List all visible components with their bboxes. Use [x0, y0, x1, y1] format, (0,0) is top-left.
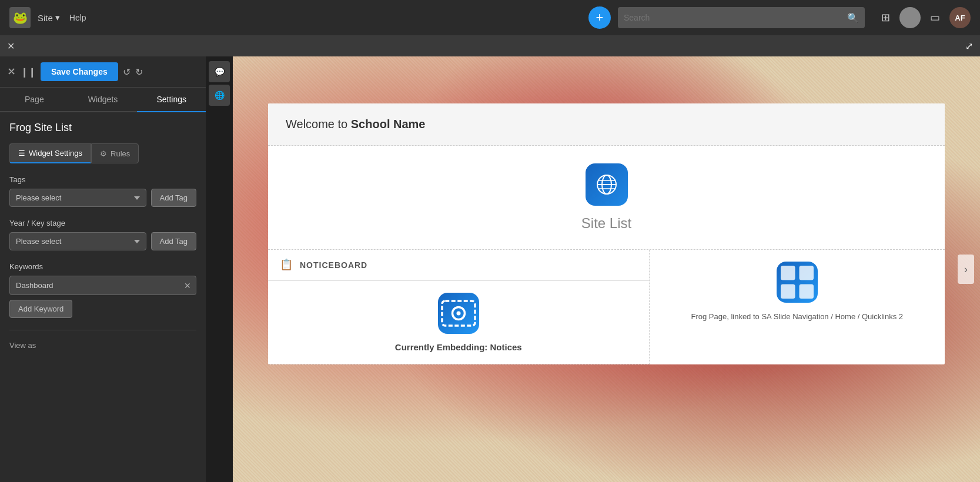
- widget-settings-tab[interactable]: ☰ Widget Settings: [9, 143, 91, 163]
- canvas: Welcome to School Name Site List: [233, 56, 980, 482]
- monitor-icon[interactable]: ▭: [930, 11, 940, 24]
- search-icon: 🔍: [847, 12, 859, 24]
- rules-label: Rules: [111, 149, 130, 158]
- tags-label: Tags: [9, 175, 196, 184]
- widget-title: Frog Site List: [9, 122, 196, 134]
- content-area: 💬 🌐 Welcome to School Name: [206, 56, 980, 482]
- keyword-input-wrap: ✕: [9, 276, 196, 295]
- school-name: School Name: [351, 118, 426, 130]
- welcome-banner: Welcome to School Name: [268, 103, 945, 146]
- add-keyword-button[interactable]: Add Keyword: [9, 300, 72, 318]
- tags-select[interactable]: Please select: [9, 189, 146, 207]
- main-layout: ✕ ❙❙ Save Changes ↺ ↻ Page Widgets Setti…: [0, 56, 980, 482]
- close-bar: ✕ ⤢: [0, 35, 980, 56]
- keywords-section: Keywords ✕ Add Keyword: [9, 262, 196, 318]
- top-nav: 🐸 Site ▾ Help + 🔍 ⊞ ▭ AF: [0, 0, 980, 35]
- embedding-svg-icon: [438, 293, 479, 334]
- top-nav-right: ⊞ ▭ AF: [881, 7, 971, 28]
- sidebar-tabs: Page Widgets Settings: [0, 88, 206, 112]
- sidebar: ✕ ❙❙ Save Changes ↺ ↻ Page Widgets Setti…: [0, 56, 206, 482]
- add-year-button[interactable]: Add Tag: [151, 232, 196, 250]
- chat-icon-button[interactable]: 💬: [209, 61, 230, 82]
- page-content: Welcome to School Name Site List: [268, 103, 945, 364]
- bottom-row: 📋 NOTICEBOARD Currently: [268, 250, 945, 364]
- tags-section: Tags Please select Add Tag: [9, 175, 196, 207]
- noticeboard-title: NOTICEBOARD: [300, 260, 367, 270]
- left-widget-bar: 💬 🌐: [206, 56, 233, 482]
- svg-rect-8: [781, 266, 795, 280]
- widget-option-tabs: ☰ Widget Settings ⚙ Rules: [9, 143, 196, 163]
- year-select[interactable]: Please select: [9, 232, 146, 250]
- sidebar-collapse-button[interactable]: ❙❙: [21, 66, 36, 78]
- expand-button[interactable]: ⤢: [965, 41, 973, 52]
- year-section: Year / Key stage Please select Add Tag: [9, 219, 196, 250]
- svg-rect-9: [799, 266, 814, 280]
- keyword-input[interactable]: [10, 276, 196, 294]
- tab-settings[interactable]: Settings: [137, 88, 206, 112]
- embedding-icon: [438, 293, 479, 334]
- help-link[interactable]: Help: [69, 13, 86, 22]
- globe-widget-icon: [595, 173, 618, 196]
- site-menu[interactable]: Site ▾: [38, 12, 60, 23]
- logo-icon: 🐸: [9, 7, 31, 28]
- undo-button[interactable]: ↺: [123, 66, 131, 78]
- embedding-label: Currently Embedding: Notices: [395, 342, 522, 352]
- search-input[interactable]: [624, 13, 847, 22]
- user-avatar[interactable]: [899, 7, 921, 28]
- settings-icon: ☰: [18, 149, 25, 158]
- user-initials[interactable]: AF: [949, 7, 971, 28]
- noticeboard-header: 📋 NOTICEBOARD: [268, 250, 649, 281]
- tags-row: Please select Add Tag: [9, 189, 196, 207]
- welcome-text: Welcome to: [286, 118, 351, 130]
- tab-page[interactable]: Page: [0, 88, 69, 111]
- noticeboard-content: Currently Embedding: Notices: [268, 281, 649, 364]
- noticeboard-block: 📋 NOTICEBOARD Currently: [268, 250, 650, 364]
- quicklinks-svg-icon: [777, 262, 818, 303]
- globe-icon-button[interactable]: 🌐: [209, 85, 230, 106]
- add-button[interactable]: +: [588, 6, 611, 29]
- sidebar-content: Frog Site List ☰ Widget Settings ⚙ Rules…: [0, 112, 206, 482]
- view-as-label: View as: [9, 341, 36, 350]
- keyword-clear-button[interactable]: ✕: [184, 281, 191, 290]
- save-changes-button[interactable]: Save Changes: [41, 62, 118, 81]
- top-close-button[interactable]: ✕: [7, 41, 15, 52]
- rules-tab[interactable]: ⚙ Rules: [91, 143, 139, 163]
- toolbar: ✕ ❙❙ Save Changes ↺ ↻: [0, 56, 206, 88]
- noticeboard-icon: 📋: [280, 258, 294, 272]
- grid-icon[interactable]: ⊞: [881, 11, 890, 24]
- quicklinks-icon: [777, 262, 818, 303]
- svg-point-7: [456, 312, 460, 316]
- rules-icon: ⚙: [100, 149, 107, 158]
- right-arrow-button[interactable]: ›: [958, 255, 974, 284]
- sidebar-close-button[interactable]: ✕: [7, 65, 16, 78]
- divider: [9, 330, 196, 330]
- year-row: Please select Add Tag: [9, 232, 196, 250]
- widget-settings-label: Widget Settings: [29, 149, 82, 158]
- keywords-label: Keywords: [9, 262, 196, 271]
- quicklinks-block: Frog Page, linked to SA Slide Navigation…: [650, 250, 945, 364]
- site-dropdown-icon: ▾: [55, 12, 60, 23]
- site-list-icon: [586, 163, 628, 206]
- add-tag-button[interactable]: Add Tag: [151, 189, 196, 207]
- quicklinks-label: Frog Page, linked to SA Slide Navigation…: [691, 311, 903, 323]
- site-list-block: Site List: [268, 146, 945, 250]
- site-label: Site: [38, 13, 53, 23]
- svg-rect-11: [799, 284, 814, 299]
- search-bar: 🔍: [618, 7, 865, 28]
- site-list-label: Site List: [581, 215, 631, 232]
- tab-widgets[interactable]: Widgets: [69, 88, 138, 111]
- redo-button[interactable]: ↻: [135, 66, 143, 78]
- svg-rect-10: [781, 284, 795, 299]
- year-label: Year / Key stage: [9, 219, 196, 227]
